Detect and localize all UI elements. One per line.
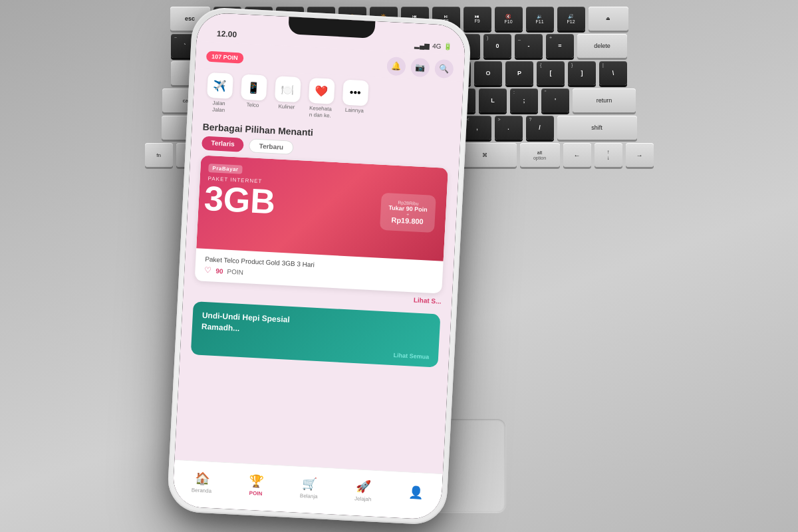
poin-nav-label: POIN	[249, 489, 263, 496]
poin-value: 90	[215, 267, 223, 275]
notification-icon[interactable]: 🔔	[386, 57, 406, 76]
key-return[interactable]: return	[573, 88, 636, 112]
network-type: 4G	[432, 42, 442, 50]
category-kuliner[interactable]: 🍽️ Kuliner	[271, 76, 303, 117]
belanja-label: Belanja	[300, 492, 318, 499]
heart-icon: ♡	[204, 265, 212, 275]
camera-icon[interactable]: 📷	[410, 58, 430, 77]
card-banner: PraBayar PAKET INTERNET 3GB Rp28Ribu Tuk…	[196, 156, 448, 261]
poin-icon: 🏆	[249, 473, 264, 488]
key-backslash[interactable]: |\	[599, 61, 627, 85]
jelajah-label: Jelajah	[354, 495, 372, 502]
search-icon[interactable]: 🔍	[434, 59, 454, 78]
key-arrow-right[interactable]: →	[626, 143, 654, 167]
beranda-icon: 🏠	[194, 470, 209, 485]
tab-terlaris[interactable]: Terlaris	[201, 136, 244, 152]
nav-belanja[interactable]: 🛒 Belanja	[300, 475, 319, 499]
status-icons: ▂▄▆ 4G 🔋	[414, 41, 452, 51]
key-delete[interactable]: delete	[577, 34, 627, 58]
price-box-price: Rp19.800	[388, 216, 427, 226]
jelajah-icon: 🚀	[356, 479, 371, 494]
telco-label: Telco	[246, 102, 259, 109]
key-minus[interactable]: _-	[515, 34, 543, 58]
tab-terbaru[interactable]: Terbaru	[249, 138, 294, 154]
product-card[interactable]: PraBayar PAKET INTERNET 3GB Rp28Ribu Tuk…	[195, 156, 448, 294]
key-o[interactable]: O	[474, 61, 502, 85]
key-l[interactable]: L	[479, 88, 507, 112]
kesehatan-label: Kesehatan dan ke.	[309, 105, 332, 119]
app-content: 107 POIN 🔔 📷 🔍 ✈️ JalanJalan	[172, 41, 465, 520]
key-quote[interactable]: "'	[541, 88, 569, 112]
lihat-semua-2[interactable]: Lihat Semua	[393, 352, 429, 360]
key-f10[interactable]: 🔇F10	[495, 7, 523, 31]
category-telco[interactable]: 📱 Telco	[237, 74, 269, 115]
key-rbracket[interactable]: }]	[568, 61, 596, 85]
category-kesehatan[interactable]: ❤️ Kesehatan dan ke.	[305, 78, 337, 119]
key-power[interactable]: ⏏	[589, 7, 628, 31]
key-arrow-left[interactable]: ←	[563, 143, 591, 167]
kuliner-label: Kuliner	[278, 103, 295, 110]
price-box: Rp28Ribu Tukar 90 Poin + Rp19.800	[380, 193, 436, 233]
key-alt-right[interactable]: alt option	[520, 143, 560, 167]
battery-icon: 🔋	[444, 43, 452, 51]
lainnya-icon: •••	[342, 80, 368, 106]
gb-size-text: 3GB	[203, 181, 276, 219]
kesehatan-icon: ❤️	[308, 78, 334, 104]
lainnya-label: Lainnya	[345, 107, 364, 114]
phone-case: 12.00 ▂▄▆ 4G 🔋 107 POIN 🔔 📷	[166, 7, 471, 526]
nav-beranda[interactable]: 🏠 Beranda	[192, 470, 213, 494]
key-comma[interactable]: <,	[464, 116, 491, 140]
key-f11[interactable]: 🔉F11	[526, 7, 554, 31]
key-fn[interactable]: fn	[145, 143, 173, 167]
nav-poin[interactable]: 🏆 POIN	[248, 473, 264, 496]
bottom-banner-text: Undi-Undi Hepi Spesial Ramadh...	[201, 310, 303, 337]
key-shift-right[interactable]: shift	[557, 116, 637, 140]
key-arrow-updown[interactable]: ↑↓	[595, 143, 622, 167]
jalan-label: JalanJalan	[212, 100, 225, 113]
category-jalan[interactable]: ✈️ JalanJalan	[203, 72, 235, 114]
key-0[interactable]: )0	[483, 34, 511, 58]
key-lbracket[interactable]: {[	[537, 61, 565, 85]
top-icons: 🔔 📷 🔍	[386, 57, 454, 78]
profile-icon: 👤	[408, 485, 424, 500]
category-lainnya[interactable]: ••• Lainnya	[339, 79, 371, 120]
phone-body: 12.00 ▂▄▆ 4G 🔋 107 POIN 🔔 📷	[172, 12, 466, 520]
nav-profile[interactable]: 👤	[408, 485, 424, 502]
bottom-banner[interactable]: Undi-Undi Hepi Spesial Ramadh... Lihat S…	[191, 301, 441, 367]
telco-icon: 📱	[240, 74, 267, 101]
key-equals[interactable]: +=	[546, 34, 574, 58]
jalan-icon: ✈️	[207, 72, 233, 99]
phone-device: 12.00 ▂▄▆ 4G 🔋 107 POIN 🔔 📷	[166, 7, 471, 526]
poin-label: POIN	[227, 267, 243, 275]
key-f12[interactable]: 🔊F12	[557, 7, 585, 31]
key-p[interactable]: P	[505, 61, 533, 85]
status-time: 12.00	[210, 29, 237, 39]
lihat-semua-1[interactable]: Lihat S...	[414, 297, 442, 305]
key-slash[interactable]: ?/	[526, 116, 554, 140]
belanja-icon: 🛒	[302, 476, 317, 491]
phone-screen: 12.00 ▂▄▆ 4G 🔋 107 POIN 🔔 📷	[172, 12, 466, 520]
signal-bars-icon: ▂▄▆	[414, 41, 430, 49]
prabayar-badge: PraBayar	[208, 164, 243, 174]
bottom-nav: 🏠 Beranda 🏆 POIN 🛒 Belanja 🚀	[172, 460, 443, 520]
key-period[interactable]: >.	[495, 116, 523, 140]
beranda-label: Beranda	[192, 487, 212, 494]
kuliner-icon: 🍽️	[274, 76, 301, 102]
nav-jelajah[interactable]: 🚀 Jelajah	[354, 479, 372, 502]
points-badge: 107 POIN	[206, 51, 243, 64]
key-semicolon[interactable]: :;	[510, 88, 538, 112]
prabayar-text: PraBayar	[208, 164, 243, 174]
